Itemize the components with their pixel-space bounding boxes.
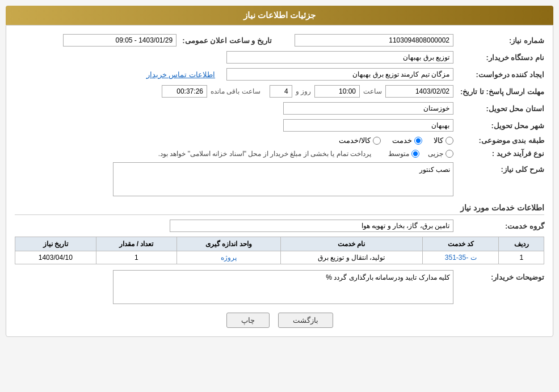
mohlat-roz-input[interactable] [270,85,292,98]
service-table-body: 1 ت -35-351 تولید، انتقال و توزیع برق پر… [15,251,544,264]
shomara-input[interactable] [295,34,453,47]
col-nam: نام خدمت [280,237,422,251]
remaining-label: ساعت باقی مانده [211,87,260,95]
page-header: جزئیات اطلاعات نیاز [6,6,553,25]
radio-kala-label: کالا [434,136,443,145]
ostan-label: استان محل تحویل: [453,104,544,113]
col-radif: ردیف [499,237,544,251]
radio-kala-input[interactable] [445,137,453,145]
shahr-input[interactable] [283,119,453,132]
cell-tarikh: 1403/04/10 [15,251,96,264]
dastgah-input[interactable] [226,51,453,64]
radio-motavaset-input[interactable] [411,150,419,158]
back-button[interactable]: بازگشت [278,313,333,328]
service-section-title: اطلاعات خدمات مورد نیاز [15,203,544,215]
tarikh-label: تاریخ و ساعت اعلان عمومی: [176,36,272,45]
tabaqe-label: طبقه بندی موضوعی: [453,136,544,145]
row-noe: نوع فرآیند خرید : جزیی متوسط پرداخت تمام… [15,149,544,158]
print-button[interactable]: چاپ [226,313,270,328]
page-container: جزئیات اطلاعات نیاز شماره نیاز: تاریخ و … [0,0,559,392]
main-card: شماره نیاز: تاریخ و ساعت اعلان عمومی: نا… [6,25,553,337]
toshihat-label: توضیحات خریدار: [453,273,544,281]
col-kod: کد خدمت [422,237,499,251]
radio-motavaset: متوسط [388,150,419,158]
saat-label: ساعت [363,87,382,95]
shomara-label: شماره نیاز: [453,36,544,45]
col-vahed: واحد اندازه گیری [177,237,281,251]
row-sharh: شرح کلی نیاز: نصب کنتور [15,162,544,196]
radio-khedmat-input[interactable] [414,137,422,145]
row-dastgah: نام دستگاه خریدار: [15,51,544,64]
row-ijad: ایجاد کننده درخواست: اطلاعات تماس خریدار [15,68,544,81]
mohlat-remaining-input[interactable] [162,85,207,98]
toshihat-textarea[interactable]: کلیه مدارک تایید ودرسامانه بارگذاری گردد… [113,270,453,304]
radio-kala: کالا [434,136,453,145]
ostan-input[interactable] [283,102,453,115]
radio-khedmat: خدمت [392,136,422,145]
time-row: ساعت روز و ساعت باقی مانده [162,85,453,98]
shahr-label: شهر محل تحویل: [453,121,544,130]
radio-motavaset-label: متوسط [388,150,409,158]
radio-kala-khedmat-label: کالا/خدمت [339,136,371,145]
sharh-label: شرح کلی نیاز: [453,165,544,174]
row-mohlat: مهلت ارسال پاسخ: تا تاریخ: ساعت روز و سا… [15,85,544,98]
group-input[interactable] [170,220,453,232]
radio-jozyi-input[interactable] [445,150,453,158]
col-tarikh: تاریخ نیاز [15,237,96,251]
noe-description: پرداخت تمام یا بخشی از مبلغ خریدار از مح… [158,150,371,158]
col-tedad: تعداد / مقدار [96,237,176,251]
cell-nam: تولید، انتقال و توزیع برق [280,251,422,264]
tarikh-input[interactable] [63,34,176,47]
dastgah-label: نام دستگاه خریدار: [453,53,544,62]
radio-khedmat-label: خدمت [392,136,412,145]
radio-kala-khedmat: کالا/خدمت [339,136,381,145]
cell-kod: ت -35-351 [422,251,499,264]
row-tabaqe: طبقه بندی موضوعی: کالا خدمت کالا/خدمت [15,136,544,145]
tabaqe-radio-group: کالا خدمت کالا/خدمت [339,136,453,145]
service-table: ردیف کد خدمت نام خدمت واحد اندازه گیری ت… [15,237,544,264]
mohlat-date-input[interactable] [385,85,453,98]
page-title: جزئیات اطلاعات نیاز [243,10,316,20]
row-toshihat: توضیحات خریدار: کلیه مدارک تایید ودرساما… [15,270,544,304]
buttons-row: بازگشت چاپ [15,313,544,328]
process-row: جزیی متوسط پرداخت تمام یا بخشی از مبلغ خ… [158,150,453,158]
row-shomara: شماره نیاز: تاریخ و ساعت اعلان عمومی: [15,34,544,47]
cell-tedad: 1 [96,251,176,264]
cell-vahed: پروژه [177,251,281,264]
mohlat-saat-input[interactable] [314,85,360,98]
noe-label: نوع فرآیند خرید : [453,149,544,158]
row-group: گروه خدمت: [15,220,544,232]
radio-kala-khedmat-input[interactable] [373,137,381,145]
row-shahr: شهر محل تحویل: [15,119,544,132]
etelaat-link[interactable]: اطلاعات تماس خریدار [146,70,215,79]
cell-radif: 1 [499,251,544,264]
mohlat-label: مهلت ارسال پاسخ: تا تاریخ: [453,87,544,96]
row-ostan: استان محل تحویل: [15,102,544,115]
ijad-label: ایجاد کننده درخواست: [453,70,544,79]
roz-label: روز و [296,87,311,95]
group-label: گروه خدمت: [453,222,544,230]
table-row: 1 ت -35-351 تولید، انتقال و توزیع برق پر… [15,251,544,264]
ijad-input[interactable] [226,68,453,81]
header-row: ردیف کد خدمت نام خدمت واحد اندازه گیری ت… [15,237,544,251]
radio-jozyi: جزیی [428,150,453,158]
radio-jozyi-label: جزیی [428,150,443,158]
sharh-textarea[interactable]: نصب کنتور [113,162,453,196]
service-table-header: ردیف کد خدمت نام خدمت واحد اندازه گیری ت… [15,237,544,251]
